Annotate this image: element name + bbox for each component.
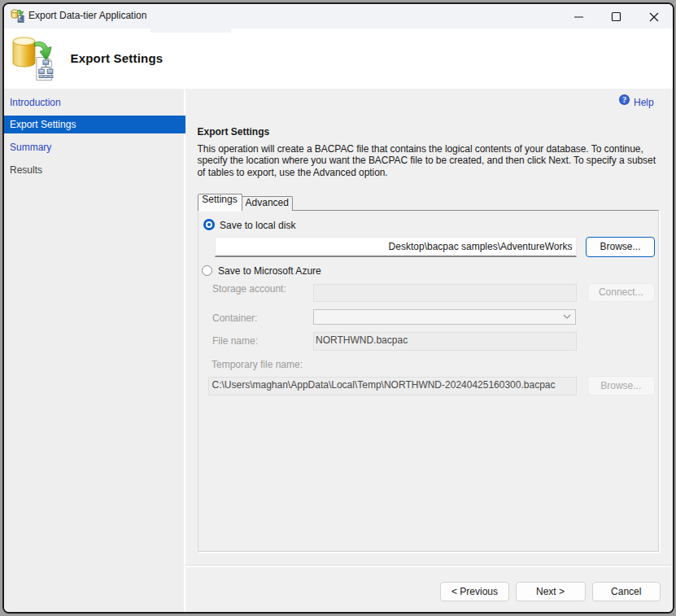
- svg-text:?: ?: [622, 95, 626, 104]
